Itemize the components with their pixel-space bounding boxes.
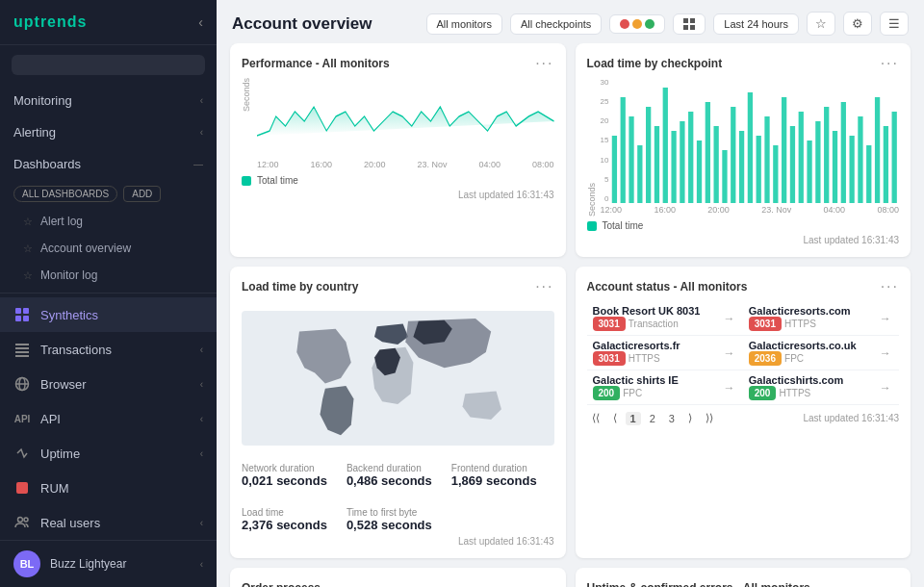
browser-label: Browser xyxy=(40,377,87,392)
svg-rect-5 xyxy=(15,347,29,349)
page-1-btn[interactable]: 1 xyxy=(626,412,641,425)
monitor-badge-2: 3031 xyxy=(593,351,626,366)
svg-rect-42 xyxy=(816,121,821,203)
svg-point-12 xyxy=(18,518,23,523)
transactions-label: Transactions xyxy=(40,343,112,357)
target-badge-3: 200 xyxy=(749,386,777,400)
perf-x-axis: 12:00 16:00 20:00 23. Nov 04:00 08:00 xyxy=(257,158,554,171)
checkpoint-legend-label: Total time xyxy=(603,220,644,231)
order-process-menu[interactable]: ··· xyxy=(535,579,553,587)
sidebar-item-uptime[interactable]: Uptime ‹ xyxy=(0,436,217,471)
sidebar-item-browser[interactable]: Browser ‹ xyxy=(0,367,217,401)
sidebar-search[interactable] xyxy=(12,55,205,75)
real-users-chevron-icon: ‹ xyxy=(200,518,203,528)
table-row: Galactic shirts IE 200 FPC → Galacticshi… xyxy=(587,370,900,405)
svg-rect-47 xyxy=(859,116,863,203)
svg-rect-4 xyxy=(15,344,29,345)
svg-rect-17 xyxy=(690,25,695,30)
svg-rect-43 xyxy=(824,107,829,203)
orange-dot xyxy=(632,19,642,29)
browser-icon xyxy=(13,375,31,393)
svg-rect-35 xyxy=(757,136,761,203)
all-checkpoints-filter[interactable]: All checkpoints xyxy=(510,13,602,35)
monitor-name-3: Galactic shirts IE xyxy=(593,374,712,386)
settings-button[interactable]: ⚙ xyxy=(843,12,872,36)
performance-card-menu[interactable]: ··· xyxy=(535,55,553,72)
order-process-card: Order process ··· Seconds xyxy=(230,568,566,587)
time-range-filter[interactable]: Last 24 hours xyxy=(713,13,799,35)
frontend-duration-label: Frontend duration xyxy=(451,463,537,473)
monitor-type-1: Transaction xyxy=(629,319,679,329)
synthetics-icon xyxy=(13,306,31,323)
grid-view-button[interactable] xyxy=(673,13,706,35)
performance-card: Performance - All monitors ··· Seconds 1… xyxy=(230,43,566,257)
sidebar-item-account-overview[interactable]: ☆ Account overview xyxy=(0,235,217,262)
svg-rect-20 xyxy=(629,116,634,203)
api-label: API xyxy=(40,412,61,426)
svg-rect-24 xyxy=(663,88,668,203)
svg-rect-32 xyxy=(732,107,736,203)
all-monitors-filter[interactable]: All monitors xyxy=(426,13,502,35)
sidebar-item-rum[interactable]: RUM xyxy=(0,471,217,505)
color-filter-dots[interactable] xyxy=(609,14,665,34)
account-status-title: Account status - All monitors xyxy=(587,280,748,294)
sidebar-item-monitor-log[interactable]: ☆ Monitor log xyxy=(0,262,217,289)
add-dashboard-button[interactable]: ADD xyxy=(123,186,161,202)
uptime-label: Uptime xyxy=(40,447,80,461)
checkpoint-y-label: Seconds xyxy=(587,78,597,217)
svg-rect-38 xyxy=(782,97,786,203)
all-dashboards-button[interactable]: ALL DASHBOARDS xyxy=(13,186,117,202)
sidebar-footer[interactable]: BL Buzz Lightyear ‹ xyxy=(0,540,217,587)
svg-rect-28 xyxy=(697,140,702,203)
arrow-icon-2: → xyxy=(723,346,734,360)
next-page-btn[interactable]: ⟩ xyxy=(683,411,697,425)
real-users-label: Real users xyxy=(40,516,100,530)
load-time-value: 2,376 seconds xyxy=(242,518,327,532)
uptime-errors-card: Uptime & confirmed errors - All monitors… xyxy=(576,568,911,587)
perf-y-label: Seconds xyxy=(242,78,251,112)
target-badge-1: 3031 xyxy=(749,317,782,331)
svg-rect-33 xyxy=(739,131,744,203)
rum-label: RUM xyxy=(40,481,69,496)
uptime-errors-menu[interactable]: ··· xyxy=(881,579,899,587)
sidebar-item-alert-log[interactable]: ☆ Alert log xyxy=(0,208,217,235)
ttfb-value: 0,528 seconds xyxy=(346,518,432,532)
page-3-btn[interactable]: 3 xyxy=(664,412,680,425)
account-status-menu[interactable]: ··· xyxy=(881,278,899,295)
svg-rect-15 xyxy=(690,18,695,23)
checkpoint-chart xyxy=(610,78,899,203)
sidebar-item-api[interactable]: API API ‹ xyxy=(0,401,217,436)
rum-icon xyxy=(13,479,31,497)
star-icon-2: ☆ xyxy=(23,242,33,255)
checkpoint-card-menu[interactable]: ··· xyxy=(881,55,899,72)
menu-button[interactable]: ☰ xyxy=(880,12,909,36)
sidebar-item-synthetics[interactable]: Synthetics xyxy=(0,297,217,332)
sidebar-item-alerting[interactable]: Alerting ‹ xyxy=(0,116,217,148)
svg-rect-3 xyxy=(23,316,29,321)
dashboard-grid: Performance - All monitors ··· Seconds 1… xyxy=(217,43,924,587)
red-dot xyxy=(620,19,629,29)
checkpoint-card: Load time by checkpoint ··· Seconds 3025… xyxy=(576,43,911,257)
country-card-menu[interactable]: ··· xyxy=(535,278,553,295)
avatar: BL xyxy=(13,550,40,577)
country-card: Load time by country ··· xyxy=(230,267,566,558)
api-chevron-icon: ‹ xyxy=(200,414,203,424)
sidebar-item-dashboards[interactable]: Dashboards ― xyxy=(0,148,217,180)
load-time-stat: Load time 2,376 seconds xyxy=(242,507,327,532)
network-duration-stat: Network duration 0,021 seconds xyxy=(242,463,327,488)
sidebar-item-real-users[interactable]: Real users ‹ xyxy=(0,505,217,540)
transactions-icon xyxy=(13,341,31,358)
last-page-btn[interactable]: ⟩⟩ xyxy=(701,411,718,425)
country-footer: Last updated 16:31:43 xyxy=(242,536,554,547)
first-page-btn[interactable]: ⟨⟨ xyxy=(587,411,604,425)
api-icon: API xyxy=(13,410,31,427)
star-button[interactable]: ☆ xyxy=(807,12,835,36)
page-title: Account overview xyxy=(232,14,372,34)
target-name-1: Galacticresorts.com xyxy=(749,305,868,317)
prev-page-btn[interactable]: ⟨ xyxy=(608,411,622,425)
page-2-btn[interactable]: 2 xyxy=(645,412,660,425)
frontend-duration-value: 1,869 seconds xyxy=(451,473,537,488)
collapse-sidebar-button[interactable]: ‹ xyxy=(198,14,203,30)
sidebar-item-transactions[interactable]: Transactions ‹ xyxy=(0,332,217,367)
sidebar-item-monitoring[interactable]: Monitoring ‹ xyxy=(0,85,217,116)
